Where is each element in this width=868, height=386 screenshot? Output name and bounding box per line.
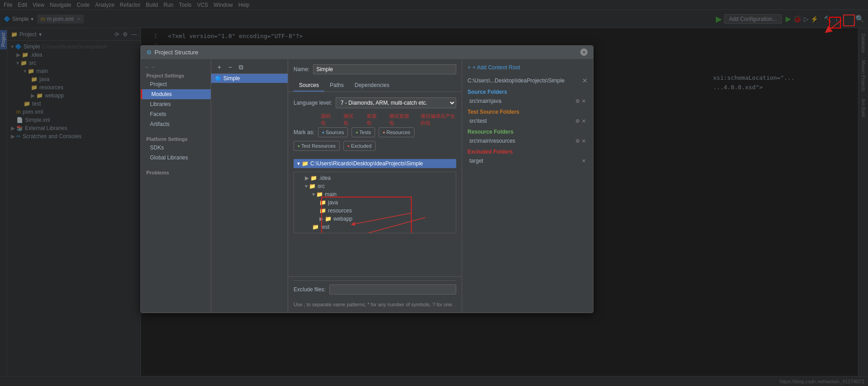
test-source-folder-path: src\test xyxy=(469,118,487,124)
resource-folders-title: Resource Folders xyxy=(468,129,588,135)
name-row: Name: xyxy=(288,59,462,74)
cn-resources-label: 资源包 xyxy=(366,113,378,126)
resource-folder-remove-button[interactable]: ✕ xyxy=(582,138,586,144)
nav-item-artifacts[interactable]: Artifacts xyxy=(141,119,211,129)
project-structure-dialog: ⚙ Project Structure ✕ ← → Project Settin… xyxy=(140,45,593,313)
ftree-idea[interactable]: ▶ 📁 .idea xyxy=(294,174,456,182)
dialog-tree-toolbar: + − ⧉ xyxy=(211,61,288,74)
folder-root-icon: 📁 xyxy=(302,160,309,167)
nav-section-problems: Problems xyxy=(141,168,211,176)
tab-sources[interactable]: Sources xyxy=(294,80,324,92)
language-level-select[interactable]: 7 - Diamonds, ARM, multi-catch etc. xyxy=(336,97,456,108)
main-folder-icon: 📁 xyxy=(316,191,323,198)
nav-item-sdks[interactable]: SDKs xyxy=(141,143,211,153)
resource-folder-properties-button[interactable]: ⚙ xyxy=(575,138,580,144)
module-icon: 🔷 xyxy=(215,75,222,82)
test-folder-properties-button[interactable]: ⚙ xyxy=(575,118,580,124)
ftree-main[interactable]: ▾ 📁 main xyxy=(294,190,456,198)
file-tree-container: ▶ 📁 .idea ▾ 📁 src xyxy=(288,172,462,276)
language-level-row: Language level: 7 - Diamonds, ARM, multi… xyxy=(288,97,462,108)
nav-item-modules[interactable]: Modules xyxy=(141,89,211,99)
dialog-icon: ⚙ xyxy=(146,49,152,56)
dialog-close-button[interactable]: ✕ xyxy=(580,48,588,56)
help-text: Use ; to separate name patterns, * for a… xyxy=(294,300,456,309)
test-folder-remove-button[interactable]: ✕ xyxy=(582,118,586,124)
source-folder-remove-button[interactable]: ✕ xyxy=(582,98,586,104)
add-module-button[interactable]: + xyxy=(215,63,224,72)
java-folder-icon: 📁 xyxy=(319,199,326,206)
test-folder-actions: ⚙ ✕ xyxy=(575,118,586,124)
forward-icon[interactable]: → xyxy=(151,64,155,69)
nav-item-global-libs[interactable]: Global Libraries xyxy=(141,153,211,163)
mark-excluded-button[interactable]: ▪ Excluded xyxy=(343,141,376,151)
dialog-bottom: Exclude files: Use ; to separate name pa… xyxy=(288,276,462,313)
mark-excluded-label: Excluded xyxy=(351,143,371,149)
dialog-overlay: ⚙ Project Structure ✕ ← → Project Settin… xyxy=(0,0,868,386)
dialog-nav-header: ← → xyxy=(141,63,211,71)
nav-item-libraries[interactable]: Libraries xyxy=(141,99,211,109)
test-source-folders-title: Test Source Folders xyxy=(468,109,588,115)
excluded-folder-entry: target ✕ xyxy=(468,157,588,165)
excluded-folder-remove-button[interactable]: ✕ xyxy=(582,158,586,164)
content-root-path: C:\Users\Ricardo\Desktop\IdeaProjects\Si… xyxy=(310,160,423,167)
ftree-resources[interactable]: 📁 resources xyxy=(294,207,456,215)
mark-tests-button[interactable]: ▪ Tests xyxy=(352,127,375,137)
test-resources-dot-icon: ▪ xyxy=(298,142,300,150)
cn-excluded-label: 项目编译后产生的包 xyxy=(420,113,456,126)
ftree-label-webapp: webapp xyxy=(333,216,352,222)
mark-sources-button[interactable]: ▪ Sources xyxy=(318,127,348,137)
mark-resources-label: Resources xyxy=(386,130,410,135)
module-tree-item-simple[interactable]: 🔷 Simple xyxy=(211,74,288,83)
source-folder-actions: ⚙ ✕ xyxy=(575,98,586,104)
exclude-files-label: Exclude files: xyxy=(294,286,326,293)
remove-module-button[interactable]: − xyxy=(226,63,235,72)
expand-icon-src: ▾ xyxy=(305,183,308,189)
nav-section-project-settings: Project Settings xyxy=(141,71,211,79)
name-input[interactable] xyxy=(313,64,456,74)
excluded-folders-title: Excluded Folders xyxy=(468,149,588,155)
file-tree-area: ▶ 📁 .idea ▾ 📁 src xyxy=(294,172,456,233)
resource-folder-entry: src\main\resources ⚙ ✕ xyxy=(468,137,588,145)
expand-icon-root: ▾ xyxy=(297,160,300,167)
path-close-button[interactable]: ✕ xyxy=(582,77,588,84)
ftree-label-main: main xyxy=(325,191,337,198)
ftree-label-src: src xyxy=(318,183,325,189)
tab-dependencies[interactable]: Dependencies xyxy=(349,80,395,92)
mark-test-resources-button[interactable]: ▪ Test Resources xyxy=(294,141,340,151)
content-root-bar: ▾ 📁 C:\Users\Ricardo\Desktop\IdeaProject… xyxy=(294,159,456,168)
dialog-titlebar: ⚙ Project Structure ✕ xyxy=(141,46,593,59)
name-label: Name: xyxy=(294,66,309,72)
excluded-folder-path: target xyxy=(469,158,483,164)
resources-folder-icon: 📁 xyxy=(319,207,326,214)
mark-resources-button[interactable]: ▪ Resources xyxy=(379,127,415,137)
source-folder-properties-button[interactable]: ⚙ xyxy=(575,98,580,104)
cn-sources-label: 源码包 xyxy=(321,113,333,126)
folder-icon: 📁 xyxy=(310,175,317,181)
dialog-title: ⚙ Project Structure xyxy=(146,49,198,56)
tab-paths[interactable]: Paths xyxy=(324,80,349,92)
source-folders-title: Source Folders xyxy=(468,89,588,95)
webapp-folder-icon: 📁 xyxy=(325,216,332,222)
plus-icon: + xyxy=(468,64,471,71)
language-level-label: Language level: xyxy=(294,100,332,106)
excluded-dot-icon: ▪ xyxy=(347,142,350,150)
ftree-src[interactable]: ▾ 📁 src xyxy=(294,182,456,190)
back-icon[interactable]: ← xyxy=(145,64,149,69)
resource-folder-actions: ⚙ ✕ xyxy=(575,138,586,144)
path-bar: C:\Users\...Desktop\IdeaProjects\Simple … xyxy=(468,76,588,85)
ftree-test[interactable]: 📁 test xyxy=(294,223,456,231)
exclude-files-input[interactable] xyxy=(329,285,456,294)
dialog-title-text: Project Structure xyxy=(154,49,198,56)
copy-module-button[interactable]: ⧉ xyxy=(236,63,246,72)
dialog-module-tree: + − ⧉ 🔷 Simple xyxy=(211,59,288,313)
ftree-webapp[interactable]: ▶ 📁 webapp xyxy=(294,215,456,223)
excluded-folder-actions: ✕ xyxy=(582,158,586,164)
add-content-root-button[interactable]: + + Add Content Root xyxy=(468,64,588,71)
path-bar-text: C:\Users\...Desktop\IdeaProjects\Simple xyxy=(468,77,564,84)
ftree-java[interactable]: 📁 java xyxy=(294,198,456,207)
nav-item-facets[interactable]: Facets xyxy=(141,109,211,119)
nav-item-project[interactable]: Project xyxy=(141,79,211,89)
module-name: Simple xyxy=(223,75,240,82)
cn-test-resources-label: 测试资源包 xyxy=(389,113,409,126)
dialog-main-content: Name: Sources Paths Dependencies Languag… xyxy=(288,59,462,313)
